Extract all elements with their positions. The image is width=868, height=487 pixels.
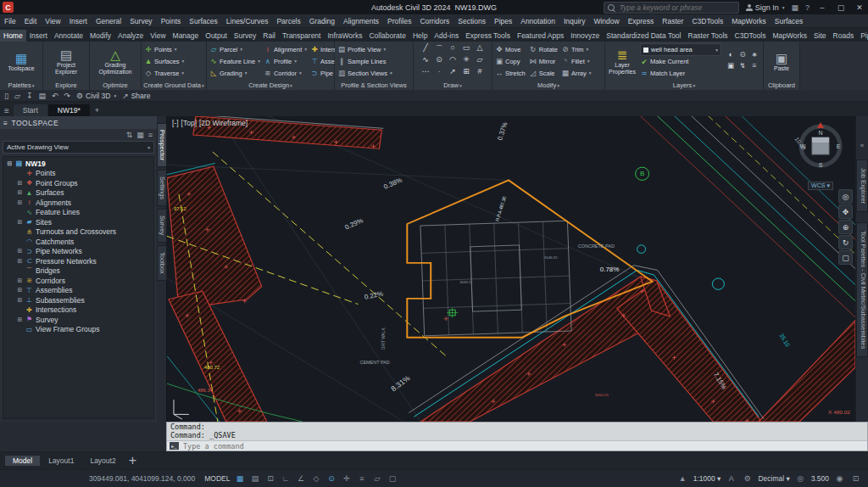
command-input-row[interactable]: ▸_: [167, 440, 867, 451]
toolspace-button[interactable]: ▦ Toolspace: [3, 42, 40, 80]
toolspace-tree-item[interactable]: ⊞≋Corridors: [3, 276, 153, 286]
toolspace-side-tab[interactable]: Prospector: [157, 123, 167, 167]
divide-tool-icon[interactable]: ⋯: [419, 67, 432, 79]
ribbon-tab[interactable]: Help: [409, 30, 431, 42]
menu-item[interactable]: Raster: [658, 17, 687, 25]
new-drawing-icon[interactable]: ▯: [4, 92, 8, 100]
layout-tab[interactable]: Layout1: [41, 456, 81, 466]
toolspace-tree-item[interactable]: ⊞⊂Pressure Networks: [3, 256, 153, 266]
profile-button[interactable]: ∧Profile▾: [264, 56, 307, 67]
panel-label-clipboard[interactable]: Clipboard: [764, 81, 799, 90]
ribbon-tab[interactable]: Manage: [170, 30, 203, 42]
panel-label-layers[interactable]: Layers▾: [605, 81, 763, 90]
ribbon-tab[interactable]: Featured Apps: [514, 30, 567, 42]
expand-icon[interactable]: ⊞: [17, 199, 23, 206]
toolspace-side-tab[interactable]: Settings: [157, 170, 167, 206]
grading-button[interactable]: ◺Grading▾: [209, 68, 260, 79]
fillet-button[interactable]: ◝Fillet▾: [561, 56, 592, 67]
menu-item[interactable]: C3DTools: [687, 17, 727, 25]
object-snap-tracking-icon[interactable]: ✛: [342, 474, 353, 483]
workspace-switcher[interactable]: ⚙ Civil 3D ▾: [76, 92, 116, 100]
toolspace-tree-item[interactable]: ⊞❖Point Groups: [3, 178, 153, 188]
grid-display-icon[interactable]: ▦: [235, 474, 246, 483]
toolspace-tree-item[interactable]: ⊞≀Alignments: [3, 198, 153, 208]
collapsed-palette-tab[interactable]: Tool Palettes - Civil Metric/Subassembli…: [856, 222, 868, 357]
expand-icon[interactable]: ⊞: [17, 277, 23, 284]
file-tab[interactable]: NW19*: [48, 104, 90, 116]
points-button[interactable]: ✛Points▾: [144, 44, 203, 55]
ribbon-tab[interactable]: Home: [0, 30, 26, 42]
menu-item[interactable]: MapWorks: [727, 17, 770, 25]
compass-west[interactable]: W: [800, 143, 806, 149]
layer-off-icon[interactable]: ▣: [725, 61, 737, 72]
panel-label-create-design[interactable]: Create Design▾: [207, 81, 334, 90]
plot-icon[interactable]: ▤: [38, 92, 46, 100]
visual-style-control[interactable]: [2D Wireframe]: [199, 119, 248, 127]
redo-icon[interactable]: ↷: [64, 92, 70, 100]
transparency-icon[interactable]: ▱: [372, 474, 383, 483]
section-views-button[interactable]: ▥Section Views▾: [337, 68, 410, 79]
ribbon-tab[interactable]: Insert: [26, 30, 51, 42]
paste-button[interactable]: ▣ Paste: [766, 42, 797, 80]
tree-root-drawing[interactable]: ⊟ ▤ NW19: [3, 159, 153, 169]
menu-item[interactable]: Parcels: [272, 17, 304, 25]
menu-item[interactable]: Profiles: [383, 17, 415, 25]
ribbon-tab[interactable]: Modify: [86, 30, 114, 42]
project-explorer-button[interactable]: ▤ Project Explorer: [47, 42, 86, 80]
units-selector[interactable]: Decimal ▾: [758, 474, 789, 483]
layer-lock-icon[interactable]: ∗: [748, 50, 760, 61]
restore-button[interactable]: ▢: [835, 3, 847, 12]
toolspace-tree-item[interactable]: ∿Feature Lines: [3, 208, 153, 218]
ribbon-tab[interactable]: Annotate: [51, 30, 86, 42]
ribbon-tab[interactable]: Standardized Data Tool: [603, 30, 684, 42]
toolspace-tree-item[interactable]: ⌒Bridges: [3, 266, 153, 277]
layer-state-icon[interactable]: ≡: [748, 61, 760, 72]
ribbon-tab[interactable]: Collaborate: [365, 30, 409, 42]
region-tool-icon[interactable]: ▱: [473, 55, 487, 67]
menu-item[interactable]: Corridors: [415, 17, 453, 25]
menu-item[interactable]: Insert: [65, 17, 92, 25]
ribbon-tab[interactable]: View: [147, 30, 169, 42]
annotation-scale-value[interactable]: 1:1000 ▾: [693, 474, 721, 483]
panel-label-create-ground-data[interactable]: Create Ground Data▾: [142, 81, 206, 90]
alignment-button[interactable]: ≀Alignment▾: [264, 44, 307, 55]
pan-icon[interactable]: ✥: [838, 204, 853, 219]
viewcube[interactable]: N E S W WCS ▾: [796, 120, 845, 191]
ribbon-tab[interactable]: C3DTools: [732, 30, 770, 42]
rotate-button[interactable]: ↻Rotate: [529, 44, 558, 55]
compass-east[interactable]: E: [837, 143, 841, 149]
menu-item[interactable]: Sections: [453, 17, 490, 25]
default-elevation-value[interactable]: 3.500: [811, 474, 829, 483]
palette-menu-icon[interactable]: ≡: [3, 119, 8, 127]
ribbon-tab[interactable]: Output: [202, 30, 231, 42]
toolspace-tree-item[interactable]: ✚Intersections: [3, 305, 153, 316]
layout-tab[interactable]: Layout2: [82, 456, 123, 466]
ribbon-tab[interactable]: Pipes: [857, 30, 868, 42]
save-icon[interactable]: ↧: [26, 92, 33, 100]
clean-screen-icon[interactable]: ⊡: [850, 474, 861, 483]
ribbon-tab[interactable]: Raster Tools: [685, 30, 732, 42]
toolspace-tree-item[interactable]: ⊞⊤Assemblies: [3, 286, 153, 296]
active-drawing-view-dropdown[interactable]: Active Drawing View ▾: [3, 141, 154, 154]
toolspace-side-tab[interactable]: Toolbox: [157, 245, 167, 281]
help-search[interactable]: [604, 2, 739, 14]
app-store-icon[interactable]: ▦: [791, 3, 798, 12]
menu-item[interactable]: Annotation: [516, 17, 559, 25]
navigation-wheel-icon[interactable]: ◎: [838, 189, 853, 204]
list-icon[interactable]: ≡: [148, 131, 153, 139]
ribbon-tab[interactable]: Analyze: [114, 30, 147, 42]
feature-line-button[interactable]: ∿Feature Line▾: [209, 56, 260, 67]
layer-freeze-icon[interactable]: ⊙: [737, 50, 748, 61]
ribbon-tab[interactable]: MapWorks: [769, 30, 810, 42]
collapsed-palette-tab[interactable]: Job Explorer: [856, 160, 868, 212]
stretch-button[interactable]: ↔Stretch: [495, 68, 526, 79]
showmotion-icon[interactable]: ▢: [838, 250, 853, 265]
circle-tool-icon[interactable]: ○: [446, 43, 459, 55]
object-snap-icon[interactable]: ⊙: [326, 474, 337, 483]
expand-icon[interactable]: ⊞: [17, 316, 23, 323]
polar-tracking-icon[interactable]: ∠: [296, 474, 307, 483]
layer-dropdown[interactable]: well head area ▾: [640, 43, 721, 56]
wcs-dropdown[interactable]: WCS ▾: [808, 182, 833, 190]
refresh-icon[interactable]: ⇅: [126, 131, 133, 139]
ribbon-tab[interactable]: Survey: [231, 30, 259, 42]
